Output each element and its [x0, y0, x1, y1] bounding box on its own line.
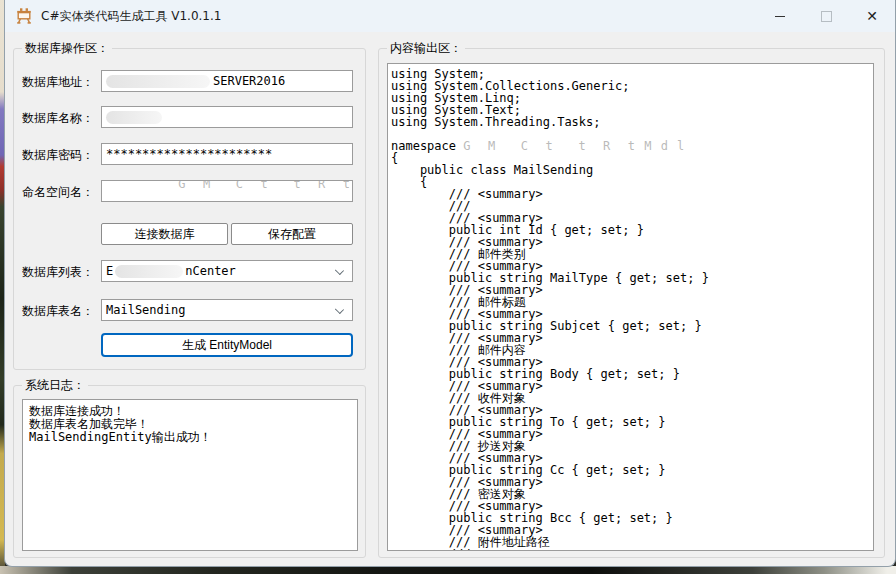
db-list-label: 数据库列表： [22, 264, 94, 281]
db-operations-group-title: 数据库操作区： [22, 40, 112, 57]
connect-db-button[interactable]: 连接数据库 [101, 223, 228, 245]
generate-entitymodel-button[interactable]: 生成 EntityModel [101, 333, 353, 357]
code-line: namespace G M C t t R t M d l [391, 140, 873, 152]
system-log-textarea[interactable]: 数据库连接成功！数据库表名加载完毕！MailSendingEntity输出成功！ [22, 399, 358, 551]
db-address-label: 数据库地址： [22, 74, 94, 91]
table-name-value: MailSending [106, 303, 185, 317]
generated-code-textarea[interactable]: using System;using System.Collections.Ge… [387, 63, 874, 551]
namespace-input[interactable]: G M C t t R t M d l [101, 180, 353, 202]
table-name-label: 数据库表名： [22, 303, 94, 320]
desktop-edge-bottom [0, 566, 896, 574]
chevron-down-icon [335, 305, 344, 314]
redaction-smudge [115, 265, 183, 278]
chevron-down-icon [335, 266, 344, 275]
log-line: MailSendingEntity输出成功！ [29, 431, 351, 444]
db-password-label: 数据库密码： [22, 147, 94, 164]
redacted-namespace-value: G M C t t R t M d l [106, 180, 353, 202]
db-password-input[interactable]: *********************** [101, 143, 353, 165]
redaction-smudge [103, 180, 353, 202]
redaction-smudge [106, 111, 162, 124]
screen: C#实体类代码生成工具 V1.0.1.1 ✕ 数据库操作区： 数据库地址： SE… [0, 0, 896, 574]
code-line: using System.Threading.Tasks; [391, 116, 873, 128]
redacted-code-segment: G M C t t R t M d l [463, 140, 685, 152]
redaction-smudge [106, 75, 210, 88]
app-easel-icon [15, 7, 33, 25]
db-address-input[interactable]: SERVER2016 [101, 70, 353, 92]
db-password-masked-value: *********************** [106, 147, 272, 161]
minimize-icon [775, 16, 785, 17]
namespace-label: 命名空间名： [22, 184, 94, 201]
minimize-button[interactable] [757, 0, 803, 32]
db-list-visible-head: E [106, 264, 113, 278]
redaction-smudge [460, 139, 688, 152]
save-config-button[interactable]: 保存配置 [231, 223, 353, 245]
system-log-group-title: 系统日志： [22, 377, 88, 394]
content-output-group-title: 内容输出区： [387, 40, 465, 57]
db-operations-group: 数据库操作区： 数据库地址： SERVER2016 数据库名称： 数据库密码： … [13, 48, 366, 370]
app-window: C#实体类代码生成工具 V1.0.1.1 ✕ 数据库操作区： 数据库地址： SE… [4, 0, 896, 567]
titlebar: C#实体类代码生成工具 V1.0.1.1 ✕ [5, 0, 895, 32]
table-name-dropdown[interactable]: MailSending [101, 299, 353, 321]
db-address-visible-text: SERVER2016 [213, 74, 285, 88]
window-title: C#实体类代码生成工具 V1.0.1.1 [41, 8, 221, 25]
db-name-label: 数据库名称： [22, 110, 94, 127]
maximize-icon [821, 11, 832, 22]
db-name-input[interactable] [101, 106, 353, 128]
close-icon: ✕ [866, 9, 878, 23]
code-line: public class MailSending [391, 164, 873, 176]
system-log-group: 系统日志： 数据库连接成功！数据库表名加载完毕！MailSendingEntit… [13, 385, 366, 558]
maximize-button[interactable] [803, 0, 849, 32]
content-output-group: 内容输出区： using System;using System.Collect… [378, 48, 885, 558]
db-list-visible-tail: nCenter [185, 264, 236, 278]
close-button[interactable]: ✕ [849, 0, 895, 32]
db-list-dropdown[interactable]: EnCenter [101, 260, 353, 282]
code-text: namespace [391, 139, 463, 153]
code-line: /// <summary> [391, 548, 873, 551]
